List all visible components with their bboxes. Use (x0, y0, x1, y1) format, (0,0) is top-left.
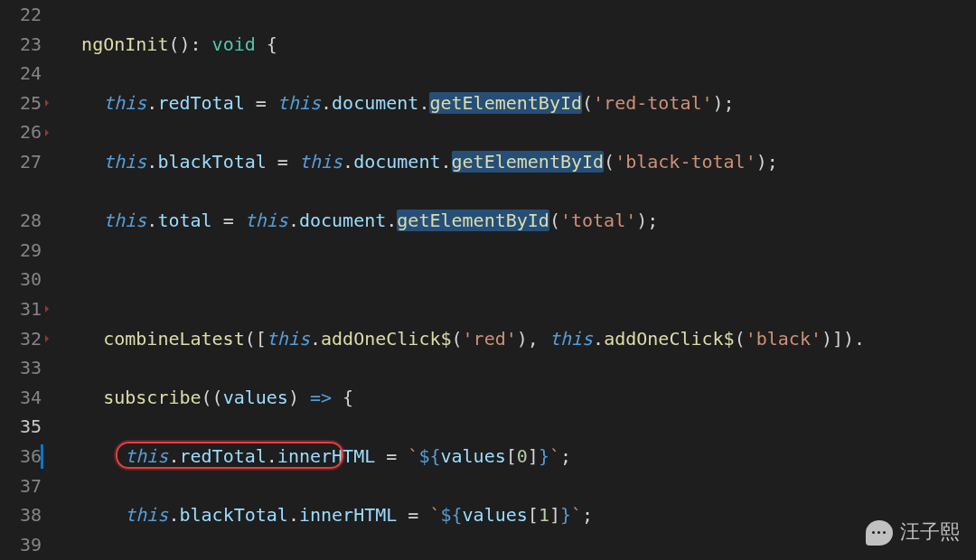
line-number: 32 (0, 324, 42, 354)
line-number: 25 (0, 89, 42, 118)
line-number: 27 (0, 147, 42, 177)
line-number: 31 (0, 294, 42, 324)
line-number: 37 (0, 471, 42, 501)
code-line: subscribe((values) => { (60, 383, 976, 413)
code-line: this.redTotal.innerHTML = `${values[0]}`… (60, 442, 976, 471)
code-area[interactable]: ngOnInit(): void { this.redTotal = this.… (54, 0, 976, 560)
chat-bubble-icon (866, 520, 893, 546)
line-number: 33 (0, 353, 42, 383)
line-number (0, 177, 42, 207)
code-line: this.redTotal = this.document.getElement… (60, 89, 976, 118)
line-number: 39 (0, 530, 42, 560)
line-number: 29 (0, 236, 42, 266)
line-number: 34 (0, 383, 42, 413)
code-line: combineLatest([this.addOneClick$('red'),… (60, 324, 976, 354)
line-number: 38 (0, 500, 42, 530)
code-line: this.blackTotal = this.document.getEleme… (60, 147, 976, 177)
line-number: 22 (0, 0, 42, 30)
code-line (60, 265, 976, 294)
watermark-text: 汪子熙 (900, 518, 960, 547)
line-number: 28 (0, 206, 42, 236)
line-number: 26 (0, 117, 42, 147)
line-number: 35 (0, 412, 42, 442)
method-name: ngOnInit (81, 33, 168, 55)
line-number-gutter: 22232425262728293031323334353637383940 (0, 0, 54, 560)
code-line: this.total = this.document.getElementByI… (60, 206, 976, 236)
line-number: 23 (0, 30, 42, 60)
code-line: this.blackTotal.innerHTML = `${values[1]… (60, 500, 976, 530)
code-editor[interactable]: 22232425262728293031323334353637383940 n… (0, 0, 976, 560)
watermark: 汪子熙 (866, 518, 960, 547)
line-number: 24 (0, 59, 42, 89)
line-number: 36 (0, 442, 42, 471)
code-line: ngOnInit(): void { (60, 30, 976, 60)
line-number: 30 (0, 265, 42, 294)
